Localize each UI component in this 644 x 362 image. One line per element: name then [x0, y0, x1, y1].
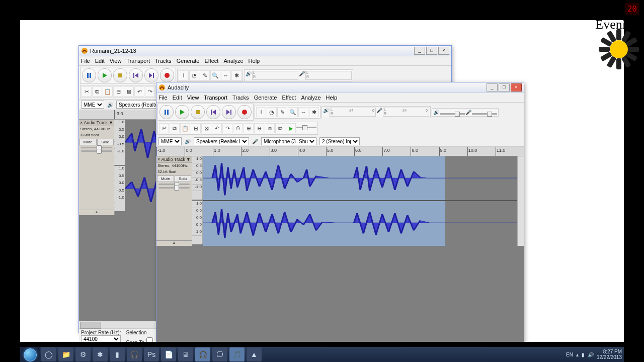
pause-button[interactable] — [159, 105, 174, 119]
output-volume-slider[interactable] — [440, 110, 465, 115]
timeshift-tool-icon[interactable]: ↔ — [221, 70, 231, 80]
menu-analyze[interactable]: Analyze — [301, 95, 320, 101]
track-menu-icon[interactable]: ▼ — [186, 157, 191, 162]
draw-tool-icon[interactable]: ✎ — [200, 70, 210, 80]
minimize-button[interactable]: _ — [487, 83, 498, 92]
draw-tool-icon[interactable]: ✎ — [277, 107, 287, 117]
start-button[interactable] — [20, 347, 40, 362]
copy-icon[interactable]: ⧉ — [170, 123, 180, 133]
pan-slider[interactable] — [79, 149, 114, 153]
track-collapse-icon[interactable]: ▲ — [79, 210, 114, 215]
zoom-tool-icon[interactable]: 🔍 — [210, 70, 220, 80]
menu-analyze[interactable]: Analyze — [223, 58, 243, 64]
multi-tool-icon[interactable]: ✱ — [309, 107, 319, 117]
input-volume-slider[interactable] — [472, 110, 497, 115]
taskbar-explorer[interactable]: 📁 — [58, 347, 73, 361]
host-select[interactable]: MME — [158, 137, 182, 145]
mute-button[interactable]: Mute — [79, 139, 97, 145]
output-select[interactable]: Speakers (Realtek High — [194, 137, 249, 145]
menu-generate[interactable]: Generate — [254, 95, 277, 101]
menu-file[interactable]: File — [81, 58, 90, 64]
menu-edit[interactable]: Edit — [95, 58, 105, 64]
playback-meter[interactable]: LR-240 — [330, 108, 376, 117]
selection-tool-icon[interactable]: I — [179, 70, 189, 80]
zoom-in-icon[interactable]: ⊕ — [244, 123, 254, 133]
menu-edit[interactable]: Edit — [173, 95, 182, 101]
speed-slider[interactable] — [296, 123, 316, 133]
input-select[interactable]: Microphone (3- Shure D — [261, 137, 316, 145]
pause-button[interactable] — [82, 68, 96, 82]
menubar[interactable]: FileEditViewTransportTracksGenerateEffec… — [156, 93, 524, 103]
track-close-icon[interactable]: × — [157, 157, 160, 162]
taskbar-monitor[interactable]: 🖵 — [212, 347, 227, 361]
play-button[interactable] — [98, 68, 112, 82]
cut-icon[interactable]: ✂ — [82, 86, 92, 97]
record-meter[interactable]: LR — [305, 71, 352, 80]
host-select[interactable]: MME — [81, 101, 104, 109]
skip-end-button[interactable] — [144, 68, 158, 82]
selection-tool-icon[interactable]: I — [256, 107, 266, 117]
record-button[interactable] — [160, 68, 174, 82]
maximize-button[interactable]: □ — [426, 47, 437, 55]
menu-view[interactable]: View — [110, 58, 122, 64]
menu-tracks[interactable]: Tracks — [232, 95, 249, 101]
trim-icon[interactable]: ⊟ — [113, 86, 123, 97]
track-name[interactable]: Audio Track — [84, 120, 108, 125]
vertical-scrollbar[interactable] — [517, 156, 524, 246]
redo-icon[interactable]: ↷ — [145, 86, 155, 97]
close-button[interactable]: × — [511, 83, 522, 92]
pan-slider[interactable] — [156, 186, 192, 190]
stop-button[interactable] — [113, 68, 127, 82]
record-button[interactable] — [237, 105, 252, 119]
tray-network-icon[interactable]: ▮ — [582, 352, 585, 357]
track-collapse-icon[interactable]: ▲ — [156, 240, 192, 246]
play-at-speed-icon[interactable]: ▶ — [286, 123, 296, 133]
silence-icon[interactable]: ⊠ — [201, 123, 211, 133]
taskbar-audacity2[interactable]: 🎵 — [229, 347, 245, 361]
fit-project-icon[interactable]: ⧉ — [275, 123, 285, 133]
menu-transport[interactable]: Transport — [204, 95, 227, 101]
skip-start-button[interactable] — [129, 68, 143, 82]
multi-tool-icon[interactable]: ✱ — [231, 70, 242, 80]
track-panel[interactable]: ×Audio Track▼ Stereo, 44100Hz 32-bit flo… — [156, 156, 192, 246]
solo-button[interactable]: Solo — [97, 139, 114, 145]
timeshift-tool-icon[interactable]: ↔ — [298, 107, 308, 117]
tray-lang[interactable]: EN — [566, 352, 573, 357]
audacity-window-front[interactable]: Audacity _ □ × FileEditViewTransportTrac… — [156, 82, 524, 349]
skip-end-button[interactable] — [222, 105, 236, 119]
channels-select[interactable]: 2 (Stereo) Inp — [319, 137, 360, 145]
silence-icon[interactable]: ⊠ — [124, 86, 134, 97]
tray-time[interactable]: 8:27 PM — [597, 349, 622, 354]
waveform-left[interactable] — [203, 156, 518, 200]
paste-icon[interactable]: 📋 — [103, 86, 113, 97]
taskbar-audacity[interactable]: 🎧 — [195, 347, 210, 361]
tray-up-icon[interactable]: ▴ — [576, 352, 579, 357]
timeline-ruler[interactable]: -1.00.01.02.03.04.05.06.07.08.09.010.011… — [156, 147, 524, 156]
menu-effect[interactable]: Effect — [282, 95, 296, 101]
paste-icon[interactable]: 📋 — [180, 123, 190, 133]
menubar[interactable]: FileEditViewTransportTracksGenerateEffec… — [79, 56, 451, 66]
mute-button[interactable]: Mute — [157, 175, 174, 182]
system-tray[interactable]: EN ▴ ▮ 🔊 8:27 PM12/22/2013 — [566, 347, 622, 362]
envelope-tool-icon[interactable]: ◔ — [267, 107, 277, 117]
record-meter[interactable]: LR-240 — [383, 108, 429, 117]
track-panel[interactable]: ×Audio Track▼ Stereo, 44100Hz 32-bit flo… — [79, 120, 115, 215]
fit-selection-icon[interactable]: ⧈ — [265, 123, 275, 133]
waveform-right[interactable] — [203, 201, 518, 244]
menu-generate[interactable]: Generate — [177, 58, 200, 64]
menu-file[interactable]: File — [158, 95, 168, 101]
envelope-tool-icon[interactable]: ◔ — [189, 70, 199, 80]
taskbar-vlc[interactable]: ▲ — [247, 347, 262, 361]
taskbar-headphones[interactable]: 🎧 — [127, 347, 142, 361]
undo-icon[interactable]: ↶ — [212, 123, 222, 133]
solo-button[interactable]: Solo — [175, 175, 192, 182]
menu-help[interactable]: Help — [326, 95, 338, 101]
taskbar-photoshop[interactable]: Ps — [144, 347, 159, 361]
menu-tracks[interactable]: Tracks — [155, 58, 172, 64]
zoom-tool-icon[interactable]: 🔍 — [288, 107, 298, 117]
taskbar-bars[interactable]: ▮ — [110, 347, 125, 361]
close-button[interactable]: × — [438, 47, 449, 55]
track-menu-icon[interactable]: ▼ — [109, 120, 113, 125]
menu-help[interactable]: Help — [249, 58, 260, 64]
undo-icon[interactable]: ↶ — [134, 86, 144, 97]
